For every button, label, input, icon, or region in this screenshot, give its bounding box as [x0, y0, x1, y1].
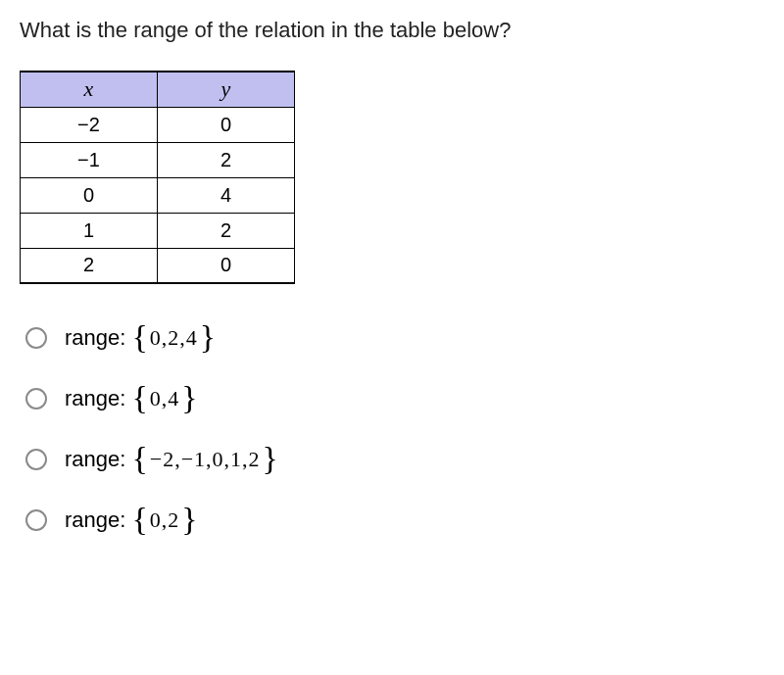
option-label: range: { 0,4 } — [65, 382, 198, 415]
option-set: { −2,−1,0,1,2 } — [131, 443, 277, 476]
option-label: range: { 0,2,4 } — [65, 321, 216, 355]
option-set: { 0,2,4 } — [131, 321, 216, 355]
table-row: 2 0 — [21, 248, 295, 283]
cell-x: 1 — [21, 213, 158, 248]
cell-y: 0 — [158, 248, 295, 283]
cell-y: 0 — [158, 107, 295, 142]
cell-x: 0 — [21, 177, 158, 213]
option-label: range: { −2,−1,0,1,2 } — [65, 443, 278, 476]
brace-open-icon: { — [131, 320, 147, 354]
cell-y: 2 — [158, 142, 295, 177]
brace-close-icon: } — [181, 503, 197, 536]
question-text: What is the range of the relation in the… — [20, 18, 764, 43]
brace-open-icon: { — [131, 503, 147, 536]
option-set: { 0,2 } — [131, 504, 197, 537]
option-prefix: range: — [65, 447, 125, 472]
answer-options: range: { 0,2,4 } range: { 0,4 } range: {… — [20, 321, 764, 537]
cell-x: −2 — [21, 107, 158, 142]
cell-y: 4 — [158, 177, 295, 213]
brace-close-icon: } — [200, 320, 216, 354]
brace-close-icon: } — [181, 381, 197, 414]
option-prefix: range: — [65, 507, 125, 533]
col-header-y: y — [158, 72, 295, 107]
set-content: −2,−1,0,1,2 — [148, 447, 263, 472]
cell-x: −1 — [21, 142, 158, 177]
cell-x: 2 — [21, 248, 158, 283]
option-a[interactable]: range: { 0,2,4 } — [25, 321, 764, 355]
option-c[interactable]: range: { −2,−1,0,1,2 } — [25, 443, 764, 476]
radio-icon[interactable] — [25, 327, 47, 349]
table-row: −2 0 — [21, 107, 295, 142]
relation-table: x y −2 0 −1 2 0 4 1 2 2 0 — [20, 71, 295, 284]
option-prefix: range: — [65, 386, 125, 411]
option-set: { 0,4 } — [131, 382, 197, 415]
table-row: −1 2 — [21, 142, 295, 177]
col-header-x: x — [21, 72, 158, 107]
set-content: 0,4 — [148, 386, 182, 411]
option-d[interactable]: range: { 0,2 } — [25, 504, 764, 537]
option-prefix: range: — [65, 325, 125, 351]
option-label: range: { 0,2 } — [65, 504, 198, 537]
radio-icon[interactable] — [25, 509, 47, 531]
cell-y: 2 — [158, 213, 295, 248]
radio-icon[interactable] — [25, 449, 47, 470]
set-content: 0,2,4 — [148, 325, 200, 351]
table-row: 1 2 — [21, 213, 295, 248]
table-row: 0 4 — [21, 177, 295, 213]
set-content: 0,2 — [148, 507, 182, 533]
brace-close-icon: } — [263, 442, 278, 475]
brace-open-icon: { — [131, 381, 147, 414]
option-b[interactable]: range: { 0,4 } — [25, 382, 764, 415]
radio-icon[interactable] — [25, 388, 47, 410]
brace-open-icon: { — [131, 442, 147, 475]
